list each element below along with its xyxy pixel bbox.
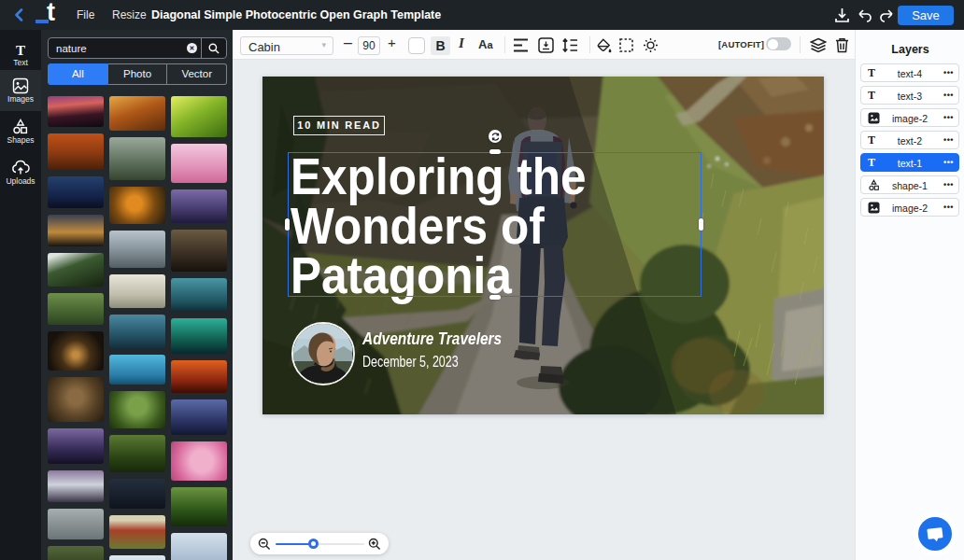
- svg-text:T: T: [16, 43, 25, 58]
